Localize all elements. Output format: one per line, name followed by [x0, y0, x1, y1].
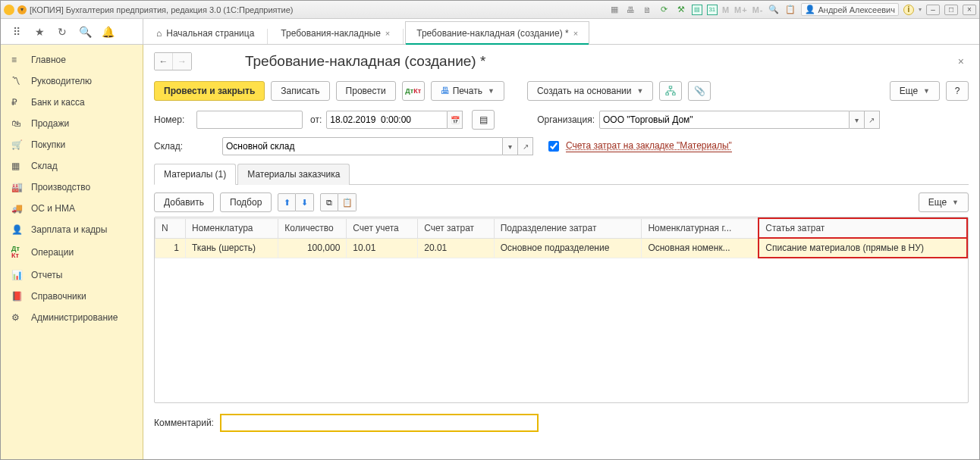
org-label: Организация: [537, 114, 595, 125]
search-nav-icon[interactable]: 🔍 [78, 25, 92, 39]
cell-division[interactable]: Основное подразделение [494, 238, 642, 258]
cost-accounts-checkbox[interactable] [548, 141, 559, 152]
app-title: [КОПИЯ] Бухгалтерия предприятия, редакци… [30, 5, 294, 14]
zoom-icon[interactable]: 🔍 [768, 4, 780, 16]
date-input[interactable] [326, 111, 448, 129]
cell-qty[interactable]: 100,000 [278, 238, 347, 258]
doc-icon[interactable]: 🗎 [642, 4, 654, 16]
attach-button[interactable]: 📎 [688, 81, 711, 101]
memory-mplus[interactable]: M+ [734, 5, 748, 14]
sidebar-item-label: Производство [31, 182, 90, 192]
apps-icon[interactable]: ⠿ [10, 25, 24, 39]
subtab-customer-materials[interactable]: Материалы заказчика [237, 164, 350, 185]
refresh-icon[interactable]: ⟳ [658, 4, 671, 16]
col-division[interactable]: Подразделение затрат [494, 218, 642, 238]
favorite-icon[interactable]: ★ [33, 25, 46, 39]
sidebar-item-assets[interactable]: 🚚ОС и НМА [1, 198, 143, 219]
more-button[interactable]: Еще▼ [890, 81, 940, 101]
close-tab-icon[interactable]: × [385, 29, 390, 38]
info-dropdown-icon[interactable]: ▾ [919, 6, 922, 13]
table-more-button[interactable]: Еще▼ [919, 192, 969, 212]
sidebar-item-admin[interactable]: ⚙Администрирование [1, 307, 143, 328]
sidebar-item-main[interactable]: ≡Главное [1, 49, 143, 70]
create-based-button[interactable]: Создать на основании▼ [527, 81, 653, 101]
col-qty[interactable]: Количество [278, 218, 347, 238]
comment-input[interactable] [220, 414, 539, 432]
dropdown-icon[interactable]: ▾ [850, 111, 865, 129]
cost-accounts-link[interactable]: Счета затрат на закладке "Материалы" [566, 140, 732, 152]
sidebar-item-bank[interactable]: ₽Банк и касса [1, 92, 143, 113]
table-row[interactable]: 1 Ткань (шерсть) 100,000 10.01 20.01 Осн… [155, 238, 968, 258]
print-button[interactable]: 🖶Печать▼ [431, 81, 504, 101]
sidebar-item-catalogs[interactable]: 📕Справочники [1, 286, 143, 307]
post-and-close-button[interactable]: Провести и закрыть [154, 81, 265, 101]
maximize-button[interactable]: □ [944, 5, 958, 15]
close-document-button[interactable]: × [953, 54, 969, 69]
history-icon[interactable]: ↻ [55, 25, 69, 39]
cell-account[interactable]: 10.01 [347, 238, 418, 258]
copy-button[interactable]: ⧉ [320, 193, 338, 211]
move-down-button[interactable]: ⬇ [296, 193, 314, 211]
sidebar-item-operations[interactable]: ДтКтОперации [1, 240, 143, 264]
sidebar-item-production[interactable]: 🏭Производство [1, 177, 143, 198]
toolbar-icon[interactable]: ▦ [608, 4, 620, 16]
cell-nom-group[interactable]: Основная номенк... [642, 238, 759, 258]
number-input[interactable] [196, 111, 303, 129]
memory-mminus[interactable]: M- [752, 5, 764, 14]
col-cost-account[interactable]: Счет затрат [418, 218, 494, 238]
col-nom-group[interactable]: Номенклатурная г... [642, 218, 759, 238]
tab-home[interactable]: ⌂ Начальная страница [151, 21, 265, 44]
memory-m[interactable]: M [722, 5, 730, 14]
user-menu[interactable]: 👤 Андрей Алексеевич [801, 3, 899, 16]
date-extra-button[interactable]: ▤ [472, 110, 495, 130]
cell-cost-account[interactable]: 20.01 [418, 238, 494, 258]
sidebar-item-purchases[interactable]: 🛒Покупки [1, 134, 143, 155]
col-account[interactable]: Счет учета [347, 218, 418, 238]
paste-button[interactable]: 📋 [338, 193, 357, 211]
sidebar-item-warehouse[interactable]: ▦Склад [1, 155, 143, 177]
info-icon[interactable]: i [903, 5, 914, 15]
close-window-button[interactable]: × [963, 5, 976, 15]
col-n[interactable]: N [155, 218, 186, 238]
cell-cost-item[interactable]: Списание материалов (прямые в НУ) [759, 238, 967, 258]
tool-icon[interactable]: ⚒ [675, 4, 687, 16]
sidebar-item-manager[interactable]: 〽Руководителю [1, 70, 143, 92]
subtab-materials[interactable]: Материалы (1) [154, 164, 236, 185]
warehouse-input[interactable] [222, 137, 503, 155]
calculator-icon[interactable]: ▤ [692, 5, 702, 15]
print-icon[interactable]: 🖶 [625, 4, 637, 16]
post-button[interactable]: Провести [336, 81, 396, 101]
pick-button[interactable]: Подбор [220, 192, 272, 212]
save-button[interactable]: Записать [271, 81, 329, 101]
cell-nomenclature[interactable]: Ткань (шерсть) [186, 238, 278, 258]
forward-button[interactable]: → [173, 53, 191, 70]
notifications-icon[interactable]: 🔔 [101, 25, 115, 39]
org-input[interactable] [599, 111, 850, 129]
sidebar-item-sales[interactable]: 🛍Продажи [1, 113, 143, 134]
close-tab-icon[interactable]: × [573, 29, 578, 38]
sidebar-item-reports[interactable]: 📊Отчеты [1, 264, 143, 286]
tab-document[interactable]: Требование-накладная (создание) * × [405, 21, 589, 44]
back-button[interactable]: ← [155, 53, 173, 70]
calendar-picker-icon[interactable]: 📅 [448, 111, 463, 129]
dropdown-icon[interactable]: ▾ [503, 137, 518, 155]
move-up-button[interactable]: ⬆ [278, 193, 296, 211]
button-label: Печать [453, 86, 482, 96]
app-menu-dropdown-icon[interactable]: ▾ [17, 5, 27, 14]
open-ref-icon[interactable]: ↗ [865, 111, 880, 129]
calendar-icon[interactable]: 31 [707, 5, 718, 15]
clipboard-icon[interactable]: 📋 [784, 4, 796, 16]
cell-n[interactable]: 1 [155, 238, 186, 258]
open-ref-icon[interactable]: ↗ [518, 137, 533, 155]
help-button[interactable]: ? [946, 81, 969, 101]
col-cost-item[interactable]: Статья затрат [759, 218, 967, 238]
button-label: Записать [281, 86, 319, 96]
postings-button[interactable]: ДтКт [402, 81, 425, 101]
grid-empty-area[interactable] [155, 258, 968, 402]
tab-list[interactable]: Требования-накладные × [269, 21, 401, 44]
col-nomenclature[interactable]: Номенклатура [186, 218, 278, 238]
structure-button[interactable] [659, 81, 682, 101]
add-row-button[interactable]: Добавить [154, 192, 214, 212]
sidebar-item-salary[interactable]: 👤Зарплата и кадры [1, 219, 143, 240]
minimize-button[interactable]: – [926, 5, 940, 15]
